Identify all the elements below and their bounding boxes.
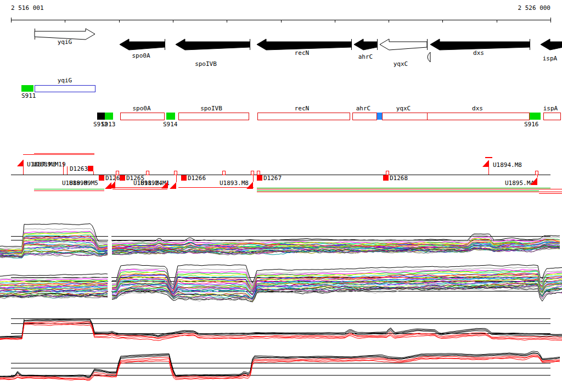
probe-pole-square[interactable] (251, 171, 254, 175)
probe-pole-square[interactable] (116, 171, 119, 175)
gene-label-yqiG: yqiG (58, 38, 72, 46)
gene-arrow-dxs[interactable] (430, 39, 530, 50)
probe-box-D1268[interactable] (383, 175, 389, 181)
segment-box-yqig[interactable] (35, 85, 95, 92)
probe-primer-track: U1887.M8U1889.M19U1894.M8D1263D1264D1265… (11, 153, 562, 193)
gene-label-yqxC: yqxC (394, 60, 408, 68)
probe-pole-square[interactable] (146, 171, 149, 175)
probe-box-D1264[interactable] (99, 175, 104, 181)
gene-arrow-yqiG[interactable] (35, 29, 95, 40)
segment-box-red-4[interactable] (382, 113, 529, 120)
gene-dxs[interactable]: dxs (430, 39, 530, 57)
probe-flag-triangle[interactable] (105, 182, 111, 189)
gene-spo0A[interactable]: spo0A (120, 39, 165, 59)
ruler-end-label: 2 526 000 (518, 4, 550, 12)
signal-track-array-signal-1 (0, 223, 560, 258)
probe-box-D1267[interactable] (257, 175, 262, 181)
segment-gene-label-spoIVB: spoIVB (200, 105, 222, 112)
probe-pole-square[interactable] (174, 171, 177, 175)
probe-flag-triangle[interactable] (482, 160, 488, 167)
terminator-symbol (428, 52, 430, 62)
segment-box-red-1[interactable] (178, 113, 249, 120)
probe-box-D1265[interactable] (120, 175, 125, 181)
segment-box-green-1[interactable] (166, 113, 175, 120)
genome-browser-canvas: 2 516 001 2 526 000 yqiGspo0AspoIVBrecNa… (0, 0, 562, 392)
segment-annotation-track: yqiGS911spo0AspoIVBrecNahrCyqxCdxsispAS9… (21, 77, 560, 128)
probe-pole-square[interactable] (386, 171, 389, 175)
gene-arrow-recN[interactable] (257, 39, 351, 50)
signal-line (0, 354, 560, 378)
probe-label-U1893.M8[interactable]: U1893.M8 (220, 180, 249, 187)
segment-tag-S916: S916 (524, 121, 539, 128)
segment-box-red-0[interactable] (120, 113, 164, 120)
segment-box-blue[interactable] (376, 113, 382, 120)
signal-track-ratio-signal-2 (0, 351, 560, 380)
gene-spoIVB[interactable]: spoIVB (176, 39, 250, 68)
segment-box-black[interactable] (97, 113, 105, 120)
gene-label-spo0A: spo0A (132, 52, 150, 59)
gene-label-spoIVB: spoIVB (195, 60, 217, 68)
probe-label-U1889.M19[interactable]: U1889.M19 (33, 161, 66, 168)
gene-recN[interactable]: recN (257, 39, 351, 57)
signal-line (0, 351, 560, 377)
segment-tag-s911: S911 (21, 92, 36, 99)
segment-box-green-2[interactable] (529, 113, 541, 120)
gene-label-ahrC: ahrC (358, 53, 373, 60)
segment-label-yqig: yqiG (58, 77, 72, 84)
gene-label-recN: recN (295, 49, 310, 57)
signal-line (0, 274, 108, 276)
segment-box-red-2[interactable] (257, 113, 350, 120)
gene-label-dxs: dxs (473, 49, 484, 57)
segment-gene-label-yqxC: yqxC (396, 105, 411, 112)
gene-arrow-ahrC[interactable] (354, 39, 377, 50)
probe-label-U1895.M4[interactable]: U1895.M4 (505, 180, 534, 187)
gene-label-ispA: ispA (543, 55, 558, 62)
probe-label-D1266[interactable]: D1266 (188, 175, 206, 182)
segment-box-s911[interactable] (21, 85, 33, 92)
gene-arrow-spo0A[interactable] (120, 39, 165, 50)
gene-ahrC[interactable]: ahrC (354, 39, 377, 60)
probe-label-U1890.M5[interactable]: U1890.M5 (69, 180, 98, 187)
probe-label-U1894.M8[interactable]: U1894.M8 (493, 161, 522, 169)
signal-track-ratio-signal-1 (0, 318, 562, 340)
segment-tag-S913: S913 (101, 121, 116, 128)
gene-arrow-yqxC[interactable] (380, 39, 427, 50)
gene-arrow-spoIVB[interactable] (176, 39, 250, 50)
probe-flag-triangle[interactable] (170, 182, 176, 189)
probe-box-D1263[interactable] (88, 166, 93, 171)
segment-gene-label-ahrC: ahrC (356, 105, 371, 112)
coordinate-ruler (11, 18, 550, 23)
segment-gene-label-dxs: dxs (472, 105, 483, 112)
gene-arrow-track: yqiGspo0AspoIVBrecNahrCyqxCdxsispA (35, 29, 562, 68)
signal-line (0, 357, 560, 381)
probe-pole-square[interactable] (535, 171, 538, 175)
probe-pole-square[interactable] (257, 171, 260, 175)
gene-yqxC[interactable]: yqxC (380, 39, 427, 68)
segment-gene-label-spo0A: spo0A (132, 105, 150, 112)
probe-flag-triangle[interactable] (17, 160, 23, 166)
probe-pole-square[interactable] (222, 171, 225, 175)
segment-gene-label-ispA: ispA (543, 105, 558, 112)
signal-track-array-signal-2 (0, 265, 562, 303)
probe-label-D1263[interactable]: D1263 (70, 165, 88, 172)
genome-browser-window: 2 516 001 2 526 000 yqiGspo0AspoIVBrecNa… (0, 0, 562, 392)
gene-ispA[interactable]: ispA (541, 39, 562, 62)
signal-line (0, 324, 562, 341)
probe-label-D1267[interactable]: D1267 (263, 175, 282, 182)
segment-box-red-3[interactable] (352, 113, 376, 120)
probe-box-D1266[interactable] (181, 175, 187, 181)
probe-label-D1268[interactable]: D1268 (390, 175, 408, 182)
segment-box-green-0[interactable] (105, 113, 113, 120)
segment-box-red-5[interactable] (543, 113, 560, 120)
segment-gene-label-recN: recN (295, 105, 310, 112)
gene-arrow-ispA[interactable] (541, 39, 562, 50)
signal-plot-tracks (0, 223, 562, 380)
ruler-start-label: 2 516 001 (11, 4, 44, 12)
segment-tag-S914: S914 (163, 121, 178, 128)
gene-yqiG[interactable]: yqiG (35, 29, 95, 46)
